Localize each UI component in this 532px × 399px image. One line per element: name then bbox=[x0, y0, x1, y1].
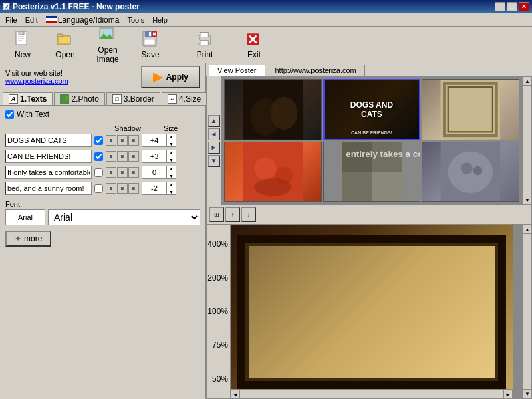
svg-point-32 bbox=[254, 157, 277, 180]
maximize-button[interactable]: □ bbox=[507, 2, 517, 11]
website-url[interactable]: www.posteriza.com bbox=[5, 77, 68, 85]
size-down-1[interactable]: ▼ bbox=[167, 140, 176, 147]
align-right-2[interactable]: ≡ bbox=[128, 151, 139, 162]
align-center-2[interactable]: ≡ bbox=[117, 151, 128, 162]
open-label: Open bbox=[55, 50, 74, 59]
app-icon: 🖼 bbox=[3, 3, 10, 11]
new-button[interactable]: New bbox=[3, 29, 43, 61]
size-up-4[interactable]: ▲ bbox=[167, 182, 176, 188]
align-left-3[interactable]: ≡ bbox=[106, 167, 116, 178]
scroll-down-button[interactable]: ▼ bbox=[523, 196, 532, 205]
tab-border[interactable]: □ 3.Border bbox=[106, 92, 160, 105]
zoom-in-button[interactable]: ↑ bbox=[225, 207, 240, 222]
view-tab-url[interactable]: http://www.posteriza.com bbox=[267, 65, 365, 76]
shadow-header: Shadow bbox=[94, 124, 161, 132]
align-btns-3: ≡ ≡ ≡ bbox=[106, 167, 139, 178]
open-icon bbox=[56, 30, 74, 49]
align-right-4[interactable]: ≡ bbox=[128, 183, 139, 194]
align-left-1[interactable]: ≡ bbox=[106, 135, 116, 146]
size-control-2: +3 ▲ ▼ bbox=[142, 150, 176, 163]
text-row-4: ≡ ≡ ≡ -2 ▲ ▼ bbox=[5, 182, 200, 195]
zoom-scroll-down[interactable]: ▼ bbox=[523, 389, 532, 398]
align-right-3[interactable]: ≡ bbox=[128, 167, 139, 178]
zoom-scroll-up[interactable]: ▲ bbox=[523, 225, 532, 234]
website-text: Visit our web site! bbox=[5, 69, 68, 77]
size-up-2[interactable]: ▲ bbox=[167, 150, 176, 156]
size-up-3[interactable]: ▲ bbox=[167, 166, 176, 172]
scroll-right-button[interactable]: ► bbox=[503, 390, 513, 398]
text-input-3[interactable] bbox=[5, 166, 92, 179]
print-button[interactable]: Print bbox=[182, 29, 228, 61]
open-button[interactable]: Open bbox=[45, 29, 85, 61]
exit-button[interactable]: Exit bbox=[231, 29, 277, 61]
menu-tools[interactable]: Tools bbox=[123, 15, 148, 25]
title-bar-controls[interactable]: _ □ ✕ bbox=[495, 2, 529, 11]
font-select[interactable]: Arial Times New Roman Courier New bbox=[48, 209, 200, 225]
align-center-4[interactable]: ≡ bbox=[117, 183, 128, 194]
scroll-track-top[interactable] bbox=[523, 86, 531, 196]
scroll-track-h[interactable] bbox=[240, 390, 503, 398]
nav-down-button[interactable]: ▼ bbox=[208, 155, 220, 167]
svg-text:entirely takes a comfortable: entirely takes a comfortable bbox=[346, 149, 420, 159]
open-image-button[interactable]: Open Image bbox=[88, 29, 128, 61]
print-label: Print bbox=[197, 50, 213, 59]
align-left-4[interactable]: ≡ bbox=[106, 183, 116, 194]
tab-photo[interactable]: 🌿 2.Photo bbox=[54, 92, 104, 105]
nav-right-button[interactable]: ► bbox=[208, 142, 220, 154]
align-right-1[interactable]: ≡ bbox=[128, 135, 139, 146]
scroll-up-button[interactable]: ▲ bbox=[523, 76, 532, 86]
minimize-button[interactable]: _ bbox=[495, 2, 505, 11]
nav-left-button[interactable]: ◄ bbox=[208, 128, 220, 140]
poster-cell-1[interactable] bbox=[224, 79, 322, 140]
tabs: A 1.Texts 🌿 2.Photo □ 3.Border ↔ 4.Size bbox=[0, 91, 205, 106]
with-text-checkbox[interactable] bbox=[5, 110, 14, 119]
zoom-down-button[interactable]: ↓ bbox=[241, 207, 256, 222]
close-button[interactable]: ✕ bbox=[519, 2, 529, 11]
save-button[interactable]: Save bbox=[130, 29, 170, 61]
zoom-scroll-track[interactable] bbox=[523, 234, 531, 389]
shadow-check-2[interactable] bbox=[94, 152, 103, 161]
more-button[interactable]: ✦ more bbox=[5, 231, 51, 247]
poster-cell-6[interactable] bbox=[422, 142, 519, 203]
scroll-left-button[interactable]: ◄ bbox=[231, 390, 240, 398]
menu-language[interactable]: Language/Idioma bbox=[42, 14, 124, 26]
menu-help[interactable]: Help bbox=[148, 15, 172, 25]
size-down-2[interactable]: ▼ bbox=[167, 156, 176, 163]
menu-edit[interactable]: Edit bbox=[21, 15, 42, 25]
shadow-check-3[interactable] bbox=[94, 168, 103, 177]
menu-file[interactable]: File bbox=[1, 15, 21, 25]
text-input-2[interactable] bbox=[5, 150, 92, 163]
zoom-100: 100% bbox=[207, 307, 228, 316]
exit-label: Exit bbox=[247, 50, 261, 59]
align-left-2[interactable]: ≡ bbox=[106, 151, 116, 162]
size-control-3: 0 ▲ ▼ bbox=[142, 166, 176, 179]
flag-icon bbox=[46, 16, 57, 23]
tab-texts[interactable]: A 1.Texts bbox=[3, 92, 53, 105]
zoom-fit-button[interactable]: ⊞ bbox=[209, 207, 224, 222]
poster-cell-5[interactable]: entirely takes a comfortable bbox=[323, 142, 421, 203]
text-row-3: ≡ ≡ ≡ 0 ▲ ▼ bbox=[5, 166, 200, 179]
shadow-check-4[interactable] bbox=[94, 184, 103, 193]
tab-size-icon: ↔ bbox=[168, 94, 177, 104]
window-title: Posteriza v1.1 FREE - New poster bbox=[13, 2, 140, 11]
tab-size[interactable]: ↔ 4.Size bbox=[162, 92, 207, 105]
nav-up-button[interactable]: ▲ bbox=[208, 115, 220, 127]
poster-cell-3[interactable] bbox=[422, 79, 519, 140]
align-center-1[interactable]: ≡ bbox=[117, 135, 128, 146]
shadow-check-1[interactable] bbox=[94, 136, 103, 145]
align-center-3[interactable]: ≡ bbox=[117, 167, 128, 178]
text-input-4[interactable] bbox=[5, 182, 92, 195]
view-tab-poster[interactable]: View Poster bbox=[209, 65, 265, 76]
svg-point-21 bbox=[199, 38, 201, 40]
size-val-3: 0 bbox=[142, 168, 166, 176]
apply-button[interactable]: ▶ Apply bbox=[141, 66, 200, 88]
text-input-1[interactable] bbox=[5, 134, 92, 147]
apply-arrow-icon: ▶ bbox=[153, 70, 162, 84]
size-down-3[interactable]: ▼ bbox=[167, 172, 176, 179]
poster-cell-2[interactable]: DOGS AND CATS CAN BE FRIENDS! bbox=[323, 79, 421, 140]
tab-photo-icon: 🌿 bbox=[60, 94, 69, 104]
poster-cell-4[interactable] bbox=[224, 142, 322, 203]
size-up-1[interactable]: ▲ bbox=[167, 134, 176, 140]
size-down-4[interactable]: ▼ bbox=[167, 188, 176, 195]
open-image-icon bbox=[98, 25, 117, 44]
